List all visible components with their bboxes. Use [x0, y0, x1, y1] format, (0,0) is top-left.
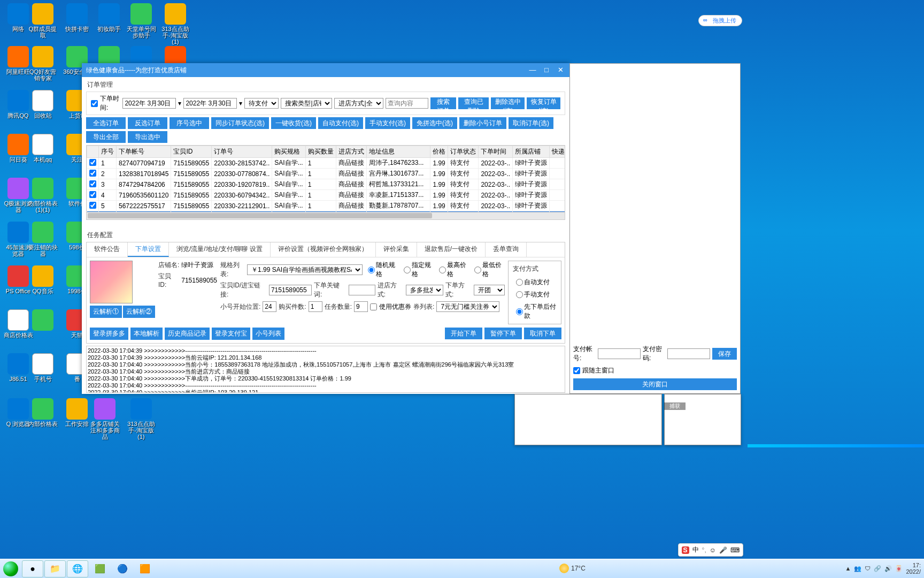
chk-coupon[interactable] [370, 303, 377, 310]
float-window-2[interactable] [664, 394, 741, 445]
desktop-icon[interactable]: 多多店铺关注和多多商品 [90, 398, 120, 440]
row-chk[interactable] [89, 159, 96, 166]
col-header[interactable]: 序号 [99, 146, 117, 158]
sel-entry-mode[interactable]: 进店方式|全部 [334, 98, 383, 109]
col-header[interactable]: 购买数量 [305, 146, 336, 158]
action-button[interactable]: 手动支付(选) [365, 117, 410, 129]
desktop-icon[interactable]: 313点点助手-淘宝版 (1) [126, 398, 156, 440]
taskbar-item[interactable]: 🟩 [89, 560, 111, 577]
ime-mic-icon[interactable]: 🎤 [719, 546, 727, 554]
desktop-icon[interactable]: Q群成员提取 [28, 3, 58, 39]
btn-close-panel[interactable]: 关闭窗口 [573, 378, 737, 390]
col-header[interactable]: 价格 [430, 146, 448, 158]
date-from[interactable] [122, 98, 176, 109]
desktop-icon[interactable]: 本机qq [28, 134, 58, 163]
btn-parse1[interactable]: 云解析① [90, 306, 122, 318]
row-chk[interactable] [89, 191, 96, 198]
btn-pause-order[interactable]: 暂停下单 [484, 328, 522, 339]
inp-pay-acct[interactable] [598, 348, 641, 359]
sel-spec[interactable]: ￥1.99 SAI自学绘画插画视频教程SAI画笔233款: [247, 264, 363, 275]
taskbar-item[interactable]: ● [22, 560, 43, 577]
desktop-icon[interactable] [28, 309, 58, 332]
r-random[interactable] [368, 267, 375, 273]
minimize-button[interactable]: — [526, 65, 540, 75]
col-header[interactable]: 下单帐号 [117, 146, 171, 158]
action-button[interactable]: 删除小号订单 [459, 117, 506, 129]
col-header[interactable]: 购买规格 [272, 146, 305, 158]
taskbar[interactable]: ●📁🌐🟩🔵🟧 [0, 559, 924, 578]
query-input[interactable] [386, 98, 428, 109]
inp-tasks[interactable] [354, 301, 368, 312]
desktop-icon[interactable]: QQ音乐 [28, 265, 58, 294]
btn-save-pay[interactable]: 保存 [712, 348, 737, 360]
btn-alt-list[interactable]: 小号列表 [252, 328, 284, 340]
table-row[interactable]: 556722225755177151589055220330-22112901.… [87, 201, 566, 211]
sel-entry[interactable]: 多多批发 [406, 285, 443, 295]
row-chk[interactable] [89, 170, 96, 177]
tray-people-icon[interactable]: 👥 [854, 565, 861, 572]
grid-hscroll[interactable] [86, 212, 565, 220]
inp-pay-pwd[interactable] [667, 348, 710, 359]
tray-vol-icon[interactable]: 🔊 [884, 565, 892, 572]
action-button[interactable]: 自动支付(选) [318, 117, 363, 129]
table-row[interactable]: 2132838170189457151589055220330-07780874… [87, 169, 566, 179]
table-row[interactable]: 4719605356011207151589055220330-60794342… [87, 190, 566, 201]
r-min[interactable] [474, 267, 481, 273]
log-panel[interactable]: 2022-03-30 17:04:39 >>>>>>>>>>>>--------… [86, 346, 565, 393]
btn-login-zfb[interactable]: 登录支付宝 [212, 328, 250, 340]
col-header[interactable]: 下单时间 [479, 146, 513, 158]
desktop-icon[interactable]: 快拼卡密 [62, 3, 92, 32]
tab[interactable]: 评价采集 [376, 242, 417, 257]
btn-cancel-order[interactable]: 取消下单 [524, 328, 561, 339]
tray-up-icon[interactable]: ▲ [845, 565, 851, 572]
desktop-icon[interactable]: 天堂单号同步助手 [126, 3, 156, 39]
col-header[interactable]: 所属店铺 [513, 146, 550, 158]
inp-buy[interactable] [309, 301, 322, 312]
r-pay-later[interactable] [516, 308, 523, 315]
row-chk[interactable] [89, 202, 96, 209]
action-button[interactable]: 导出全部 [86, 131, 126, 143]
tab[interactable]: 评价设置（视频评价全网独家） [271, 242, 376, 257]
desktop-icon[interactable]: 工作安排 [62, 398, 92, 427]
sel-order-mode[interactable]: 开团 [474, 285, 505, 295]
action-button[interactable]: 同步订单状态(选) [211, 117, 269, 129]
r-fixed[interactable] [404, 267, 411, 273]
table-row[interactable]: 387472947842067151589055220330-19207819.… [87, 179, 566, 190]
close-button[interactable]: ✕ [553, 65, 567, 75]
r-max[interactable] [439, 267, 446, 273]
taskbar-item[interactable]: 📁 [44, 560, 66, 577]
col-header[interactable]: 订单号 [212, 146, 272, 158]
ime-kb-icon[interactable]: ⌨ [730, 546, 740, 554]
desktop-icon[interactable]: 313点点助手-淘宝版 (1) [160, 3, 190, 45]
btn-history[interactable]: 历史商品记录 [165, 328, 210, 340]
inp-keyword[interactable] [349, 285, 375, 295]
desktop-icon[interactable]: QQ好友营销专家 [28, 46, 58, 81]
float-window-1[interactable] [514, 394, 662, 445]
taskbar-item[interactable]: 🟧 [134, 560, 156, 577]
btn-restore[interactable]: 恢复订单(选) [527, 97, 560, 109]
action-button[interactable]: 免拼选中(选) [412, 117, 457, 129]
tab[interactable]: 软件公告 [87, 242, 128, 257]
tab[interactable]: 退款售后/一键改价 [417, 242, 486, 257]
btn-start-order[interactable]: 开始下单 [445, 328, 482, 339]
action-button[interactable]: 一键收货(选) [271, 117, 316, 129]
titlebar[interactable]: 绿色健康食品-----为您打造优质店铺 — □ ✕ [82, 63, 569, 77]
desktop-icon[interactable]: 内部价格表 [28, 398, 58, 427]
ime-emoji-icon[interactable]: ☺ [710, 546, 716, 554]
desktop-icon[interactable]: 要注销的块器 [28, 222, 58, 257]
r-pay-auto[interactable] [516, 279, 523, 286]
tray-clock[interactable]: 17:2022/ [906, 562, 921, 575]
upload-pill[interactable]: 拖拽上传 [698, 15, 742, 26]
desktop-icon[interactable]: 手机号 [28, 353, 58, 382]
start-button[interactable] [0, 559, 21, 579]
desktop-icon[interactable]: 初妆助手 [94, 3, 124, 32]
taskbar-item[interactable]: 🌐 [67, 560, 88, 577]
action-button[interactable]: 取消订单(选) [509, 117, 553, 129]
btn-delete-sel[interactable]: 删除选中(选) [491, 97, 525, 109]
btn-query-deleted[interactable]: 查询已删除 [458, 97, 489, 109]
tray-net-icon[interactable]: 🔗 [874, 565, 881, 572]
sel-status[interactable]: 待支付 [244, 98, 279, 109]
btn-login-pdd[interactable]: 登录拼多多 [90, 328, 128, 340]
ime-lang[interactable]: 中 [692, 545, 699, 554]
col-header[interactable]: 订单状态 [448, 146, 479, 158]
